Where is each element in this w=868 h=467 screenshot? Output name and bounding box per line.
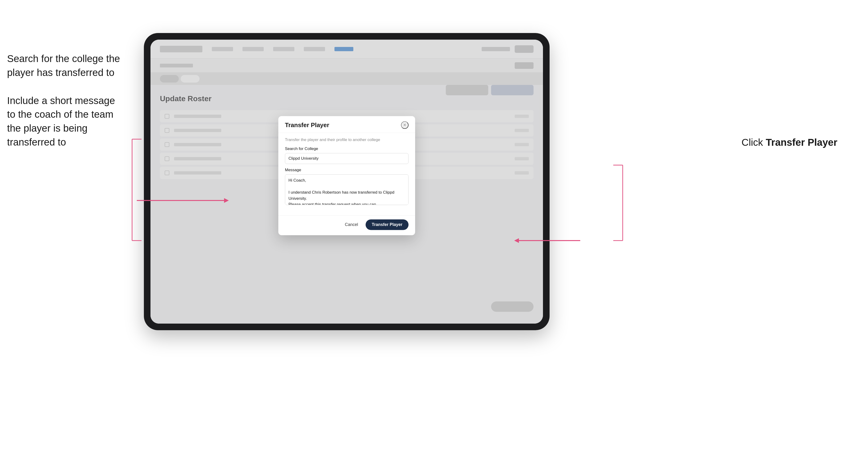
annotation-click-transfer: Click Transfer Player xyxy=(742,137,837,148)
modal-title: Transfer Player xyxy=(285,121,329,129)
tablet-frame: Update Roster xyxy=(144,33,550,330)
message-group: Message xyxy=(285,168,408,206)
annotation-message: Include a short message to the coach of … xyxy=(7,94,130,149)
search-college-group: Search for College xyxy=(285,147,408,164)
modal-overlay: Transfer Player × Transfer the player an… xyxy=(151,40,543,323)
message-textarea[interactable] xyxy=(285,174,408,205)
modal-close-button[interactable]: × xyxy=(401,121,408,129)
message-label: Message xyxy=(285,168,408,173)
modal-header: Transfer Player × xyxy=(278,116,415,133)
transfer-player-modal: Transfer Player × Transfer the player an… xyxy=(278,116,415,235)
modal-body: Transfer the player and their profile to… xyxy=(278,133,415,215)
search-college-label: Search for College xyxy=(285,147,408,151)
annotation-search: Search for the college the player has tr… xyxy=(7,52,130,80)
left-annotations: Search for the college the player has tr… xyxy=(7,52,130,163)
modal-subtitle: Transfer the player and their profile to… xyxy=(285,137,408,142)
search-college-input[interactable] xyxy=(285,153,408,164)
cancel-button[interactable]: Cancel xyxy=(341,220,362,229)
close-icon: × xyxy=(403,122,406,128)
tablet-screen: Update Roster xyxy=(151,40,543,323)
right-annotation: Click Transfer Player xyxy=(742,137,837,148)
transfer-player-button[interactable]: Transfer Player xyxy=(366,219,408,230)
modal-footer: Cancel Transfer Player xyxy=(278,215,415,235)
